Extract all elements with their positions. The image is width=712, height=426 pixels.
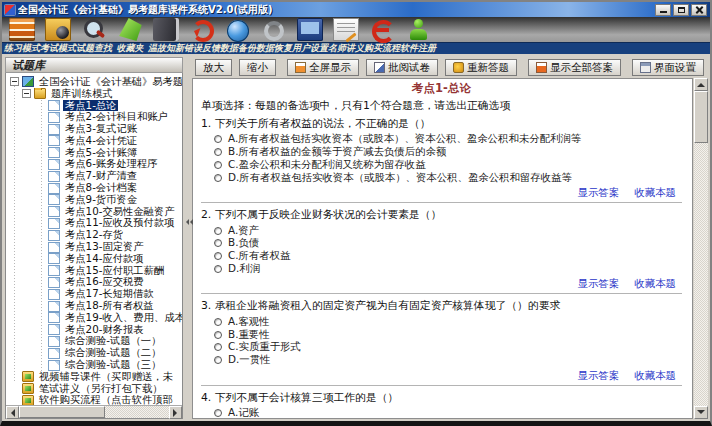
tree-item-extra[interactable]: 笔试讲义（另行打包下载） [8,383,182,395]
zoom-out-button[interactable]: 缩小 [239,59,276,76]
redo-answers-button[interactable]: 重新答题 [445,59,517,76]
tree-item-topic[interactable]: 考点20-财务报表 [8,324,182,336]
answer-option[interactable]: A.资产 [214,224,682,237]
tree-item-topic[interactable]: 考点6-账务处理程序 [8,159,182,171]
toolbar-button[interactable]: 数据恢复 [256,17,292,54]
radio-button[interactable] [214,409,222,417]
tree-root-node[interactable]: 全国会计证《会计基础》易考题库 [8,76,182,88]
scroll-left-icon[interactable] [6,406,19,419]
tree-item-topic[interactable]: 综合测验-试题（一） [8,336,182,348]
scroll-up-icon[interactable] [694,78,708,91]
answer-option[interactable]: D.一贯性 [214,354,682,367]
answer-option[interactable]: B.重要性 [214,328,682,341]
show-all-answers-button[interactable]: 显示全部答案 [528,59,621,76]
media-folder-icon [22,371,34,382]
toolbar-button[interactable]: 试题查找 [76,17,112,54]
radio-button[interactable] [214,227,222,235]
tree-item-topic[interactable]: 考点10-交易性金融资产 [8,206,182,218]
toolbar-button[interactable]: 名师讲义 [328,17,364,54]
content-vertical-scrollbar[interactable] [694,78,708,419]
scrollbar-track[interactable] [19,406,169,418]
scrollbar-thumb[interactable] [694,91,708,143]
tree-item-topic[interactable]: 综合测验-试题（三） [8,359,182,371]
answer-option[interactable]: B.所有者权益的金额等于资产减去负债后的余额 [214,146,682,159]
radio-button[interactable] [214,148,222,156]
radio-button[interactable] [214,343,222,351]
tree-item-topic[interactable]: 考点15-应付职工薪酬 [8,265,182,277]
toolbar-button[interactable]: 数据备份 [220,17,256,54]
ui-settings-button[interactable]: 界面设置 [632,59,704,76]
show-answer-link[interactable]: 显示答案 [578,186,620,198]
grade-paper-button[interactable]: 批阅试卷 [366,59,438,76]
tree-item-topic[interactable]: 考点8-会计档案 [8,182,182,194]
answer-option[interactable]: C.实质重于形式 [214,341,682,354]
favorite-question-link[interactable]: 收藏本题 [634,186,676,198]
toolbar-button[interactable]: 收藏夹 [112,17,148,54]
toolbar-button[interactable]: 用户设置 [292,17,328,54]
tree-horizontal-scrollbar[interactable] [6,405,182,418]
radio-button[interactable] [214,135,222,143]
tree-item-topic[interactable]: 考点11-应收及预付款项 [8,218,182,230]
answers-icon [536,62,547,73]
favorite-question-link[interactable]: 收藏本题 [634,277,676,289]
radio-button[interactable] [214,331,222,339]
collapse-box-icon[interactable] [22,89,31,98]
toolbar-button[interactable]: 温故知新 [148,17,184,54]
radio-button[interactable] [214,318,222,326]
tree-item-extra[interactable]: 软件购买流程（点击软件顶部 [8,395,182,405]
minimize-button[interactable] [655,4,671,16]
toolbar-button-label: 数据备份 [220,42,256,54]
zoom-in-button[interactable]: 放大 [195,59,232,76]
tree-item-topic[interactable]: 考点4-会计凭证 [8,135,182,147]
tree-item-topic[interactable]: 考点16-应交税费 [8,277,182,289]
tree-item-topic[interactable]: 考点19-收入、费用、成本 [8,312,182,324]
scroll-down-icon[interactable] [694,406,708,419]
close-button[interactable] [691,4,707,16]
tree-item-topic[interactable]: 考点9-货币资金 [8,194,182,206]
tree-node-label: 综合测验-试题（一） [63,336,163,348]
show-answer-link[interactable]: 显示答案 [578,369,620,381]
collapse-box-icon[interactable] [10,77,19,86]
answer-option[interactable]: B.负债 [214,237,682,250]
maximize-button[interactable] [673,4,689,16]
radio-button[interactable] [214,161,222,169]
radio-button[interactable] [214,356,222,364]
answer-option[interactable]: A.客观性 [214,315,682,328]
radio-button[interactable] [214,239,222,247]
tree-item-extra[interactable]: 视频辅导课件（买即赠送，未 [8,371,182,383]
toolbar-button[interactable]: 错误反馈 [184,17,220,54]
radio-button[interactable] [214,252,222,260]
option-label: B.所有者权益的金额等于资产减去负债后的余额 [228,146,446,159]
favorite-question-link[interactable]: 收藏本题 [634,369,676,381]
tree-item-topic[interactable]: 考点1-总论 [8,100,182,112]
tree-item-topic[interactable]: 考点12-存货 [8,229,182,241]
scrollbar-track[interactable] [694,91,708,406]
radio-button[interactable] [214,265,222,273]
answer-option[interactable]: D.利润 [214,263,682,276]
tree-item-topic[interactable]: 考点5-会计账簿 [8,147,182,159]
toolbar-button[interactable]: 练习模式 [4,17,40,54]
answer-option[interactable]: C.盈余公积和未分配利润又统称为留存收益 [214,159,682,172]
tree-item-topic[interactable]: 考点2-会计科目和账户 [8,111,182,123]
answer-option[interactable]: A.所有者权益包括实收资本（或股本）、资本公积、盈余公积和未分配利润等 [214,133,682,146]
tree-item-topic[interactable]: 综合测验-试题（二） [8,347,182,359]
scrollbar-thumb[interactable] [19,406,105,418]
show-answer-link[interactable]: 显示答案 [578,277,620,289]
fullscreen-button[interactable]: 全屏显示 [287,59,359,76]
answer-option[interactable]: A.记账 [214,407,682,419]
radio-button[interactable] [214,174,222,182]
tree-group-node[interactable]: 题库训练模式 [8,88,182,100]
toolbar-button[interactable]: 考试模式 [40,17,76,54]
tree-item-topic[interactable]: 考点7-财产清查 [8,170,182,182]
answer-option[interactable]: D.所有者权益包括实收资本（或股本）、资本公积、盈余公积和留存收益等 [214,171,682,184]
tree-item-topic[interactable]: 考点14-应付款项 [8,253,182,265]
tree-item-topic[interactable]: 考点17-长短期借款 [8,288,182,300]
toolbar-button[interactable]: 购买流程 [364,17,400,54]
tree-item-topic[interactable]: 考点3-复式记账 [8,123,182,135]
answer-option[interactable]: C.所有者权益 [214,250,682,263]
panel-splitter[interactable] [184,57,191,419]
scroll-right-icon[interactable] [169,406,182,419]
tree-item-topic[interactable]: 考点18-所有者权益 [8,300,182,312]
toolbar-button[interactable]: 软件注册 [400,17,436,54]
tree-item-topic[interactable]: 考点13-固定资产 [8,241,182,253]
